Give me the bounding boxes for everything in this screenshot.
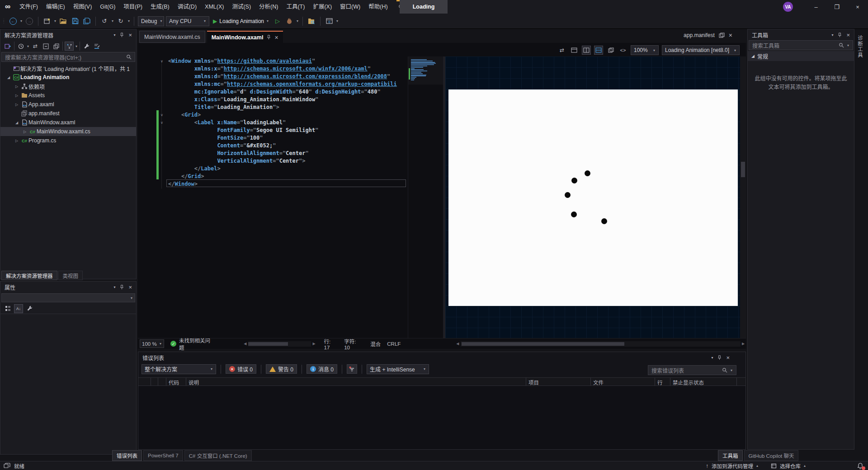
tree-item-loading-animation[interactable]: ◢C#Loading Animation — [0, 73, 136, 82]
column-header-行[interactable]: 行 — [655, 378, 670, 385]
build-intellisense-combo[interactable]: 生成 + IntelliSense ▾ — [367, 364, 429, 374]
navigate-forward-button[interactable]: → — [24, 16, 34, 27]
scope-filter-combo[interactable]: 整个解决方案 ▾ — [142, 364, 216, 374]
sync-with-active-document-icon[interactable]: ⇄ — [31, 42, 40, 51]
chevron-down-icon[interactable]: ▾ — [111, 19, 114, 23]
errors-toggle-button[interactable]: × 错误 0 — [226, 364, 256, 374]
scroll-right-icon[interactable]: ▶ — [311, 342, 316, 346]
column-header-项目[interactable]: 项目 — [526, 378, 591, 385]
background-tasks-icon[interactable] — [4, 463, 10, 469]
column-header-代码[interactable]: 代码 — [166, 378, 186, 385]
bottom-dock-tab-c-net-core-[interactable]: C# 交互窗口 (.NET Core) — [184, 450, 252, 461]
column-header-blank[interactable] — [151, 378, 158, 385]
column-header-禁止显示状态[interactable]: 禁止显示状态 — [670, 378, 737, 385]
tree-item-app-axaml[interactable]: ▷«»App.axaml — [0, 100, 136, 109]
pending-changes-icon[interactable] — [16, 42, 25, 51]
bottom-dock-tab-powershell-7[interactable]: PowerShell 7 — [143, 450, 183, 461]
chevron-down-icon[interactable]: ▾ — [27, 44, 29, 48]
window-position-icon[interactable]: ▾ — [831, 33, 833, 37]
configuration-combo[interactable]: Debug ▾ — [138, 16, 164, 26]
menu-item[interactable]: 项目(P) — [119, 0, 146, 14]
preview-selected-items-icon[interactable] — [92, 42, 101, 51]
tab-mainwindow-axaml[interactable]: MainWindow.axaml × — [207, 31, 283, 43]
tree-item--loading-animation-1-1[interactable]: 解决方案 'Loading Animation' (1 个项目，共 1 — [0, 64, 136, 73]
keep-open-icon[interactable] — [719, 33, 725, 38]
popout-icon[interactable] — [606, 46, 615, 55]
window-position-icon[interactable]: ▾ — [113, 285, 115, 289]
preview-tab[interactable]: app.manifest × — [684, 32, 732, 39]
horizontal-split-icon[interactable] — [594, 46, 603, 55]
find-in-files-button[interactable] — [307, 16, 316, 27]
pin-icon[interactable] — [717, 355, 722, 360]
pin-icon[interactable] — [119, 285, 124, 290]
open-folder-button[interactable] — [58, 16, 68, 27]
code-horizontal-scrollbar[interactable] — [248, 341, 311, 347]
xaml-designer-surface[interactable] — [445, 56, 740, 338]
pin-icon[interactable] — [266, 35, 271, 40]
solution-explorer-search[interactable]: 搜索解决方案资源管理器(Ctrl+;) — [1, 52, 135, 62]
notifications-bell-button[interactable] — [857, 463, 863, 469]
fold-collapse-icon[interactable]: ∨ — [159, 57, 165, 65]
toolbox-group-header[interactable]: ◢ 常规 — [748, 51, 854, 61]
column-header-blank[interactable] — [138, 378, 151, 385]
platform-combo[interactable]: Any CPU ▾ — [166, 16, 209, 26]
tree-item-mainwindow-axaml[interactable]: ◢«»MainWindow.axaml — [0, 118, 136, 127]
collapse-all-icon[interactable] — [41, 42, 50, 51]
tree-item-app-manifest[interactable]: app.manifest — [0, 109, 136, 118]
scroll-left-icon[interactable]: ◀ — [242, 342, 248, 346]
tree-item-program-cs[interactable]: ▷C#Program.cs — [0, 136, 136, 145]
collapsed-icon[interactable]: ▷ — [13, 85, 20, 89]
toolbar-overflow-button[interactable]: ▾ — [336, 19, 339, 23]
scroll-left-icon[interactable]: ◀ — [455, 342, 460, 346]
select-repository-button[interactable]: 选择仓库 — [780, 462, 801, 470]
chevron-down-icon[interactable]: ▾ — [54, 19, 57, 23]
menu-item[interactable]: 分析(N) — [255, 0, 282, 14]
close-icon[interactable]: × — [274, 34, 278, 41]
properties-object-combo[interactable]: ▾ — [1, 293, 135, 302]
window-position-icon[interactable]: ▾ — [113, 33, 115, 37]
collapsed-icon[interactable]: ▷ — [13, 139, 20, 143]
chevron-down-icon[interactable]: ▾ — [75, 44, 78, 48]
menu-item[interactable]: 编辑(E) — [42, 0, 69, 14]
menu-item[interactable]: 帮助(H) — [364, 0, 392, 14]
filter-button[interactable] — [347, 364, 357, 374]
window-position-icon[interactable]: ▾ — [711, 356, 713, 360]
column-header-文件[interactable]: 文件 — [591, 378, 655, 385]
properties-wrench-icon[interactable] — [25, 304, 34, 313]
right-dock-tab-github-copilot-[interactable]: GitHub Copilot 聊天 — [744, 450, 799, 461]
tree-item-mainwindow-axaml-cs[interactable]: ▷C#MainWindow.axaml.cs — [0, 127, 136, 136]
menu-item[interactable]: Git(G) — [96, 0, 119, 14]
swap-panes-icon[interactable]: ⇄ — [557, 46, 566, 55]
scope-icon[interactable] — [52, 42, 61, 51]
close-icon[interactable]: × — [726, 354, 730, 361]
editor-zoom-combo[interactable]: 100 % ▾ — [140, 339, 164, 348]
column-header-说明[interactable]: 说明 — [186, 378, 526, 385]
start-debugging-button[interactable]: ▶ Loading Animation ▾ — [211, 16, 271, 27]
pin-icon[interactable] — [837, 33, 842, 38]
designer-zoom-combo[interactable]: 100% ▾ — [631, 45, 659, 55]
save-button[interactable] — [70, 16, 80, 27]
chevron-down-icon[interactable]: ▾ — [296, 19, 299, 23]
restore-button[interactable]: ❐ — [826, 0, 847, 14]
left-dock-tab--[interactable]: 类视图 — [58, 271, 83, 280]
pin-icon[interactable] — [119, 33, 124, 38]
chevron-down-icon[interactable]: ▾ — [20, 19, 23, 23]
close-icon[interactable]: × — [729, 32, 732, 39]
toolbox-search[interactable]: 搜索工具箱 ▾ — [749, 40, 853, 50]
menu-item[interactable]: XML(X) — [201, 0, 228, 14]
error-list-search[interactable]: 搜索错误列表 ▾ — [648, 365, 736, 375]
right-dock-tab--[interactable]: 工具箱 — [718, 450, 743, 461]
target-framework-combo[interactable]: Loading Animation [net8.0] ▾ — [662, 45, 740, 55]
chevron-down-icon[interactable]: ▾ — [127, 19, 130, 23]
expanded-icon[interactable]: ◢ — [13, 121, 20, 125]
fold-collapse-icon[interactable]: ∨ — [159, 111, 165, 119]
scroll-right-icon[interactable]: ▶ — [741, 342, 746, 346]
close-icon[interactable]: × — [128, 32, 132, 38]
collapsed-icon[interactable]: ▷ — [13, 94, 20, 98]
navigate-back-button[interactable]: ← — [8, 16, 18, 27]
vertical-scrollbar[interactable] — [740, 56, 746, 338]
menu-item[interactable]: 视图(V) — [69, 0, 96, 14]
menu-item[interactable]: 文件(F) — [15, 0, 42, 14]
new-project-button[interactable] — [42, 16, 52, 27]
tree-item--[interactable]: ▷依赖项 — [0, 82, 136, 91]
